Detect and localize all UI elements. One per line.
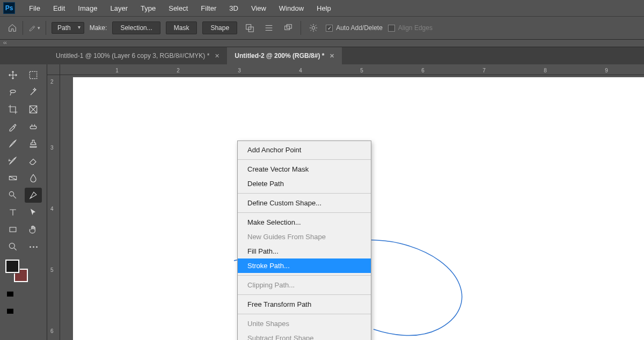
ctx-define-custom-shape[interactable]: Define Custom Shape... — [238, 196, 371, 210]
ctx-fill-path[interactable]: Fill Path... — [238, 244, 371, 258]
ruler-tick-label: 2 — [50, 79, 54, 85]
menu-image[interactable]: Image — [71, 0, 104, 16]
healing-brush-tool-icon[interactable] — [25, 119, 42, 134]
ctx-add-anchor-point[interactable]: Add Anchor Point — [238, 143, 371, 157]
auto-add-delete-checkbox[interactable]: ✓ Auto Add/Delete — [326, 24, 383, 32]
ruler-tick-label: 4 — [50, 206, 54, 212]
svg-point-9 — [9, 191, 13, 196]
move-tool-icon[interactable] — [4, 68, 21, 83]
home-icon[interactable] — [8, 23, 17, 33]
ruler-origin[interactable] — [47, 64, 60, 75]
ctx-subtract-front-shape: Subtract Front Shape — [238, 331, 371, 340]
ctx-make-selection[interactable]: Make Selection... — [238, 215, 371, 230]
canvas-viewport[interactable]: Add Anchor Point Create Vector Mask Dele… — [60, 75, 644, 340]
frame-tool-icon[interactable] — [25, 102, 42, 117]
align-edges-label: Align Edges — [398, 24, 433, 32]
menu-window[interactable]: Window — [273, 0, 310, 16]
menu-help[interactable]: Help — [310, 0, 338, 16]
pen-tool-icon[interactable] — [25, 188, 42, 203]
eyedropper-tool-icon[interactable] — [4, 119, 21, 134]
dodge-tool-icon[interactable] — [4, 188, 21, 203]
checkbox-empty-icon — [388, 25, 395, 32]
ctx-separator — [238, 314, 371, 314]
crop-tool-icon[interactable] — [4, 102, 21, 117]
menu-filter[interactable]: Filter — [194, 0, 223, 16]
main-area: 1 2 3 4 5 6 7 8 9 2 3 4 5 6 Add Anch — [0, 64, 644, 340]
document-tab-label: Untitled-1 @ 100% (Layer 6 copy 3, RGB/8… — [56, 52, 209, 60]
type-tool-icon[interactable] — [4, 205, 21, 220]
menu-type[interactable]: Type — [134, 0, 162, 16]
make-mask-button[interactable]: Mask — [166, 21, 197, 34]
panel-collapse-strip: ‹‹ — [0, 40, 644, 47]
ctx-separator — [238, 159, 371, 160]
ruler-tick-label: 8 — [544, 68, 547, 73]
ruler-tick-label: 5 — [360, 68, 363, 73]
gear-icon[interactable] — [306, 21, 320, 35]
menu-view[interactable]: View — [245, 0, 273, 16]
magic-wand-tool-icon[interactable] — [25, 85, 42, 100]
path-operations-icon[interactable] — [243, 21, 257, 35]
ctx-free-transform-path[interactable]: Free Transform Path — [238, 297, 371, 312]
history-brush-tool-icon[interactable] — [4, 153, 21, 168]
blur-tool-icon[interactable] — [25, 171, 42, 186]
rectangle-tool-icon[interactable] — [4, 222, 21, 237]
stamp-tool-icon[interactable] — [25, 136, 42, 151]
ctx-delete-path[interactable]: Delete Path — [238, 176, 371, 191]
ruler-tick-label: 6 — [421, 68, 425, 73]
quick-mask-icon[interactable] — [4, 290, 16, 299]
ruler-tick-label: 2 — [177, 68, 180, 73]
path-alignment-icon[interactable] — [262, 21, 276, 35]
path-arrangement-icon[interactable] — [281, 21, 295, 35]
menu-file[interactable]: File — [23, 0, 47, 16]
hand-tool-icon[interactable] — [25, 222, 42, 237]
svg-point-13 — [9, 293, 11, 295]
close-icon[interactable]: ✕ — [215, 53, 219, 60]
svg-point-4 — [312, 26, 314, 29]
document-tab-2[interactable]: Untitled-2 @ 200% (RGB/8#) * ✕ — [227, 47, 342, 64]
app-logo: Ps — [3, 2, 15, 14]
divider — [23, 21, 23, 35]
edit-toolbar-icon[interactable] — [25, 239, 42, 254]
gradient-tool-icon[interactable] — [4, 171, 21, 186]
menubar: Ps File Edit Image Layer Type Select Fil… — [0, 0, 644, 16]
foreground-color-swatch[interactable] — [5, 260, 19, 273]
pen-tool-indicator-icon[interactable]: ▾ — [28, 23, 40, 33]
ruler-tick-label: 3 — [50, 145, 54, 151]
close-icon[interactable]: ✕ — [330, 53, 334, 60]
ctx-stroke-path[interactable]: Stroke Path... — [238, 258, 371, 273]
ruler-tick-label: 3 — [238, 68, 241, 73]
svg-rect-7 — [30, 126, 36, 129]
ruler-tick-label: 4 — [299, 68, 302, 73]
vertical-ruler[interactable]: 2 3 4 5 6 — [47, 75, 60, 340]
ctx-separator — [238, 294, 371, 295]
menu-select[interactable]: Select — [162, 0, 194, 16]
divider — [46, 21, 46, 35]
divider — [301, 21, 301, 35]
ruler-tick-label: 6 — [50, 328, 54, 334]
brush-tool-icon[interactable] — [4, 136, 21, 151]
ctx-new-guides-from-shape: New Guides From Shape — [238, 230, 371, 244]
make-selection-button[interactable]: Selection... — [112, 21, 160, 34]
document-tab-label: Untitled-2 @ 200% (RGB/8#) * — [235, 52, 324, 60]
tool-mode-dropdown[interactable]: Path — [52, 22, 84, 34]
context-menu: Add Anchor Point Create Vector Mask Dele… — [237, 141, 371, 340]
ctx-create-vector-mask[interactable]: Create Vector Mask — [238, 162, 371, 176]
document-tab-strip: Untitled-1 @ 100% (Layer 6 copy 3, RGB/8… — [0, 47, 644, 64]
lasso-tool-icon[interactable] — [4, 85, 21, 100]
svg-rect-2 — [285, 26, 290, 29]
ctx-clipping-path: Clipping Path... — [238, 278, 371, 292]
document-tab-1[interactable]: Untitled-1 @ 100% (Layer 6 copy 3, RGB/8… — [48, 47, 227, 64]
collapse-panels-icon[interactable]: ‹‹ — [3, 40, 7, 46]
zoom-tool-icon[interactable] — [4, 239, 21, 254]
color-swatches[interactable] — [5, 260, 28, 282]
menu-layer[interactable]: Layer — [104, 0, 135, 16]
marquee-tool-icon[interactable] — [25, 68, 42, 83]
horizontal-ruler[interactable]: 1 2 3 4 5 6 7 8 9 — [60, 64, 644, 75]
path-selection-tool-icon[interactable] — [25, 205, 42, 220]
document-area: 1 2 3 4 5 6 7 8 9 2 3 4 5 6 Add Anch — [47, 64, 644, 340]
menu-3d[interactable]: 3D — [223, 0, 245, 16]
eraser-tool-icon[interactable] — [25, 153, 42, 168]
screen-mode-icon[interactable] — [4, 307, 16, 316]
menu-edit[interactable]: Edit — [47, 0, 71, 16]
make-shape-button[interactable]: Shape — [202, 21, 237, 34]
